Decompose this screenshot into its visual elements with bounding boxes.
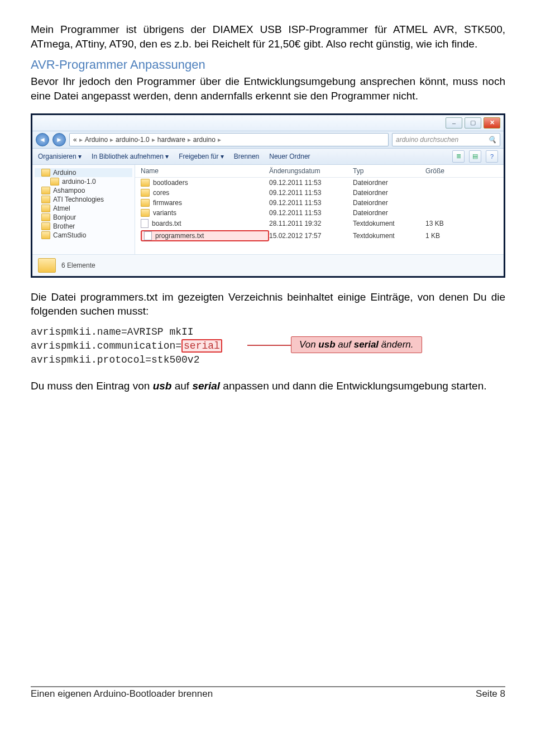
explorer-body: Arduino arduino-1.0 Ashampoo ATI Technol…: [32, 165, 504, 254]
library-menu[interactable]: In Bibliothek aufnehmen ▾: [92, 153, 169, 160]
window-titlebar: – ▢ ✕: [32, 115, 504, 131]
folder-icon: [41, 187, 50, 194]
list-item[interactable]: bootloaders 09.12.2011 11:53Dateiordner: [135, 178, 504, 188]
folder-icon: [41, 205, 50, 212]
col-type[interactable]: Typ: [353, 167, 425, 175]
folder-icon: [141, 179, 150, 187]
status-bar: 6 Elemente: [32, 254, 504, 276]
list-item[interactable]: boards.txt 28.11.2011 19:32Textdokument1…: [135, 218, 504, 229]
address-bar: ◄ ► «▸ Arduino▸ arduino-1.0▸ hardware▸ a…: [32, 131, 504, 149]
search-input[interactable]: arduino durchsuchen 🔍: [392, 133, 500, 146]
organize-menu[interactable]: Organisieren ▾: [38, 153, 82, 160]
folder-icon: [50, 178, 59, 186]
breadcrumb-seg[interactable]: arduino: [193, 136, 216, 144]
col-date[interactable]: Änderungsdatum: [269, 167, 353, 175]
burn-button[interactable]: Brennen: [234, 153, 259, 160]
folder-icon: [41, 196, 50, 203]
minimize-button[interactable]: –: [446, 117, 462, 129]
paragraph-avr-desc: Bevor Ihr jedoch den Programmer über die…: [31, 74, 505, 103]
file-icon: [141, 219, 149, 228]
col-size[interactable]: Größe: [425, 167, 470, 175]
help-icon[interactable]: ?: [486, 150, 498, 163]
tree-item[interactable]: Atmel: [35, 204, 132, 213]
footer-title: Einen eigenen Arduino-Bootloader brennen: [31, 688, 213, 700]
column-headers[interactable]: Name Änderungsdatum Typ Größe: [135, 165, 504, 178]
file-icon: [144, 231, 152, 240]
list-item-highlighted[interactable]: programmers.txt 15.02.2012 17:57Textdoku…: [135, 229, 504, 243]
tree-item[interactable]: ATI Technologies: [35, 195, 132, 204]
tree-item[interactable]: Brother: [35, 222, 132, 231]
breadcrumb-seg[interactable]: Arduino: [85, 136, 108, 144]
col-name[interactable]: Name: [141, 167, 269, 175]
callout-connector: [247, 345, 292, 346]
tree-item[interactable]: CamStudio: [35, 231, 132, 240]
list-item[interactable]: variants 09.12.2011 11:53Dateiordner: [135, 208, 504, 218]
list-item[interactable]: cores 09.12.2011 11:53Dateiordner: [135, 188, 504, 198]
list-item[interactable]: firmwares 09.12.2011 11:53Dateiordner: [135, 198, 504, 208]
paragraph-intro: Mein Programmer ist übrigens der DIAMEX …: [31, 22, 505, 51]
view-icon[interactable]: ≣: [452, 150, 465, 163]
page-footer: Einen eigenen Arduino-Bootloader brennen…: [31, 686, 505, 700]
tree-item[interactable]: Ashampoo: [35, 186, 132, 195]
breadcrumb[interactable]: «▸ Arduino▸ arduino-1.0▸ hardware▸ ardui…: [69, 133, 389, 146]
explorer-toolbar: Organisieren ▾ In Bibliothek aufnehmen ▾…: [32, 149, 504, 165]
close-button[interactable]: ✕: [484, 117, 500, 129]
folder-icon: [41, 169, 50, 177]
tree-item[interactable]: arduino-1.0: [35, 177, 132, 186]
footer-page: Seite 8: [476, 688, 505, 700]
explorer-window: – ▢ ✕ ◄ ► «▸ Arduino▸ arduino-1.0▸ hardw…: [31, 113, 505, 278]
highlight-word: serial: [181, 339, 222, 353]
heading-avr-programmer: AVR-Programmer Anpassungen: [31, 58, 505, 72]
folder-icon: [41, 213, 50, 221]
code-line: avrispmkii.protocol=stk500v2: [31, 353, 222, 367]
breadcrumb-seg[interactable]: arduino-1.0: [116, 136, 150, 144]
code-line: avrispmkii.communication=serial: [31, 339, 222, 353]
maximize-button[interactable]: ▢: [465, 117, 481, 129]
status-text: 6 Elemente: [61, 261, 95, 269]
new-folder-button[interactable]: Neuer Ordner: [269, 153, 310, 160]
folder-icon: [38, 258, 56, 273]
file-list: Name Änderungsdatum Typ Größe bootloader…: [135, 165, 504, 254]
paragraph-instructions: Die Datei programmers.txt im gezeigten V…: [31, 290, 505, 318]
breadcrumb-seg[interactable]: «: [73, 136, 77, 144]
paragraph-final: Du muss den Eintrag von usb auf serial a…: [31, 379, 505, 393]
folder-icon: [41, 222, 50, 230]
folder-icon: [41, 231, 50, 239]
callout-box: Von usb auf serial ändern.: [291, 336, 422, 353]
tree-item[interactable]: Arduino: [35, 168, 132, 177]
breadcrumb-seg[interactable]: hardware: [157, 136, 185, 144]
share-menu[interactable]: Freigeben für ▾: [179, 153, 224, 160]
folder-icon: [141, 189, 150, 197]
tree-item[interactable]: Bonjour: [35, 213, 132, 222]
code-snippet: avrispmkii.name=AVRISP mkII avrispmkii.c…: [31, 325, 505, 370]
folder-icon: [141, 199, 150, 207]
preview-icon[interactable]: ▤: [469, 150, 481, 163]
back-button[interactable]: ◄: [36, 133, 49, 146]
tree-view[interactable]: Arduino arduino-1.0 Ashampoo ATI Technol…: [32, 165, 135, 254]
code-line: avrispmkii.name=AVRISP mkII: [31, 325, 222, 339]
folder-icon: [141, 209, 150, 217]
search-icon: 🔍: [488, 136, 496, 144]
forward-button[interactable]: ►: [52, 133, 66, 146]
search-placeholder: arduino durchsuchen: [396, 136, 458, 144]
